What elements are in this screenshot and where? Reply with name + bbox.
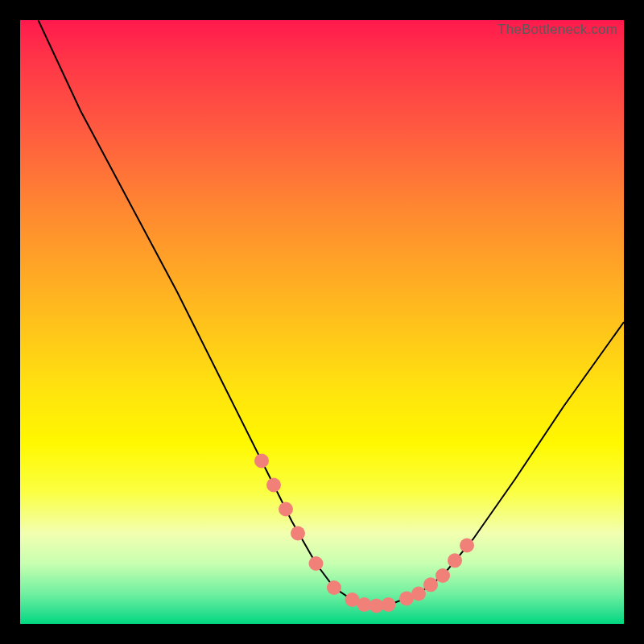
optimal-dot [291,526,305,541]
optimal-dot [460,539,474,553]
optimal-dot [436,568,450,583]
optimal-dot [448,553,462,568]
plot-area: TheBottleneck.com [20,20,624,624]
chart-frame: TheBottleneck.com [0,0,644,644]
optimal-dot [411,587,426,601]
optimal-dot [279,502,293,517]
optimal-dot [382,597,396,612]
optimal-dot [423,577,438,592]
optimal-dot [309,556,324,571]
optimal-dot [327,580,341,595]
chart-svg [20,20,624,624]
optimal-dot [254,454,269,469]
bottleneck-curve [39,20,625,606]
optimal-dot [266,478,281,493]
